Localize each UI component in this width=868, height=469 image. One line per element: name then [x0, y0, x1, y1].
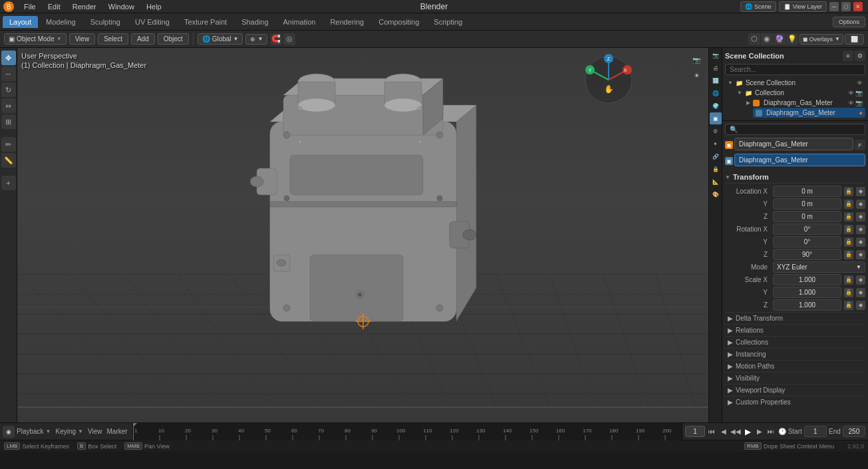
scale-z-keyframe[interactable]: ◆	[856, 301, 865, 310]
outliner-item-scene-collection[interactable]: ▼ 📁 Scene Collection 👁	[725, 78, 865, 88]
sun-icon-btn[interactable]: ☀	[690, 69, 703, 82]
rotation-y-keyframe[interactable]: ◆	[856, 237, 865, 247]
window-maximize[interactable]: □	[841, 2, 851, 11]
rotation-x-keyframe[interactable]: ◆	[856, 225, 865, 234]
blender-logo[interactable]: B	[3, 1, 15, 13]
outliner-filter-btn[interactable]: ≡	[843, 51, 853, 61]
visibility-section[interactable]: ▶ Visibility	[725, 372, 865, 384]
prop-tab-world[interactable]: 🌍	[710, 100, 722, 112]
prev-frame-btn[interactable]: ◀	[719, 426, 729, 438]
reverse-play-btn[interactable]: ◀◀	[730, 426, 741, 438]
prop-tab-material[interactable]: 🎨	[710, 188, 722, 200]
transform-selector[interactable]: 🌐 Global ▼	[198, 33, 243, 45]
scale-y-lock[interactable]: 🔒	[844, 288, 853, 297]
menu-file[interactable]: File	[19, 1, 41, 12]
overlay-btn[interactable]: ◼Overlays▼	[799, 34, 843, 45]
outliner-settings-btn[interactable]: ⚙	[855, 51, 865, 61]
prop-tab-particles[interactable]: ✦	[710, 138, 722, 150]
next-frame-btn[interactable]: ▶	[755, 426, 765, 438]
rotation-z-lock[interactable]: 🔒	[844, 250, 853, 259]
rotation-x-lock[interactable]: 🔒	[844, 225, 853, 234]
select-menu-btn[interactable]: Select	[98, 33, 128, 45]
location-x-lock[interactable]: 🔒	[844, 187, 853, 196]
collections-section[interactable]: ▶ Collections	[725, 336, 865, 348]
end-frame-input[interactable]: 250	[843, 426, 865, 437]
object-menu-btn[interactable]: Object	[158, 33, 189, 45]
scale-x-keyframe[interactable]: ◆	[856, 275, 865, 285]
measure-tool[interactable]: 📏	[1, 153, 16, 168]
jump-to-start-btn[interactable]: ⏮	[707, 426, 717, 438]
location-x-value[interactable]: 0 m	[773, 186, 841, 197]
add-menu-btn[interactable]: Add	[131, 33, 155, 45]
fake-user-btn[interactable]: F	[855, 140, 865, 150]
tab-compositing[interactable]: Compositing	[372, 16, 426, 28]
location-y-lock[interactable]: 🔒	[844, 200, 853, 209]
keying-label[interactable]: Keying	[56, 428, 76, 435]
rotation-z-value[interactable]: 90°	[773, 249, 841, 260]
scale-z-lock[interactable]: 🔒	[844, 301, 853, 310]
solid-btn[interactable]: ◉	[761, 33, 773, 45]
tab-texture-paint[interactable]: Texture Paint	[178, 16, 233, 28]
menu-help[interactable]: Help	[141, 1, 167, 12]
start-frame-input[interactable]: 1	[804, 426, 827, 437]
location-y-keyframe[interactable]: ◆	[856, 200, 865, 209]
tab-shading[interactable]: Shading	[235, 16, 275, 28]
menu-edit[interactable]: Edit	[43, 1, 66, 12]
pivot-selector[interactable]: ⊕▼	[245, 34, 267, 45]
prop-tab-output[interactable]: 🖨	[710, 62, 722, 74]
rotation-y-value[interactable]: 0°	[773, 236, 841, 247]
menu-render[interactable]: Render	[67, 1, 102, 12]
menu-window[interactable]: Window	[103, 1, 140, 12]
move-tool[interactable]: ↔	[1, 67, 16, 81]
transform-header[interactable]: ▼ Transform	[725, 171, 865, 184]
play-btn[interactable]: ▶	[743, 426, 753, 438]
prop-tab-data[interactable]: 📐	[710, 176, 722, 188]
transform-tool[interactable]: ⊞	[1, 114, 16, 129]
scale-x-value[interactable]: 1.000	[773, 274, 841, 285]
proportional-btn[interactable]: ◎	[283, 33, 295, 45]
viewport-display-section[interactable]: ▶ Viewport Display	[725, 384, 865, 396]
tab-scripting[interactable]: Scripting	[427, 16, 469, 28]
scene-selector[interactable]: 🌐Scene	[740, 1, 776, 12]
view-label[interactable]: View	[88, 428, 102, 435]
delta-transform-section[interactable]: ▶ Delta Transform	[725, 312, 865, 324]
playback-label[interactable]: Playback	[17, 428, 44, 435]
material-btn[interactable]: 🔮	[774, 33, 786, 45]
options-btn[interactable]: Options	[833, 17, 865, 27]
wireframe-btn[interactable]: ⬡	[748, 33, 760, 45]
current-frame-indicator[interactable]: 1	[685, 426, 705, 437]
location-z-lock[interactable]: 🔒	[844, 212, 853, 222]
window-minimize[interactable]: ─	[829, 2, 839, 11]
camera-icon-btn[interactable]: 📷	[690, 53, 703, 67]
location-z-value[interactable]: 0 m	[773, 211, 841, 222]
rendered-btn[interactable]: 💡	[786, 33, 798, 45]
tab-animation[interactable]: Animation	[277, 16, 323, 28]
outliner-item-gas-meter-parent[interactable]: ▶ Diaphragm_Gas_Meter 👁 📷	[744, 98, 865, 108]
properties-search[interactable]	[725, 124, 865, 135]
add-tool[interactable]: +	[1, 176, 16, 190]
custom-properties-section[interactable]: ▶ Custom Properties	[725, 396, 865, 408]
tab-rendering[interactable]: Rendering	[323, 16, 370, 28]
object-mode-selector[interactable]: ▣ Object Mode ▼	[4, 33, 67, 45]
data-name-input[interactable]	[734, 154, 865, 166]
jump-to-end-btn[interactable]: ⏭	[766, 426, 776, 438]
relations-section[interactable]: ▶ Relations	[725, 324, 865, 336]
location-z-keyframe[interactable]: ◆	[856, 212, 865, 222]
location-x-keyframe[interactable]: ◆	[856, 187, 865, 196]
prop-tab-modifier[interactable]: ⚙	[710, 125, 722, 137]
instancing-section[interactable]: ▶ Instancing	[725, 348, 865, 360]
timeline-marker-btn[interactable]: ◉	[3, 426, 15, 438]
outliner-item-collection[interactable]: ▼ 📁 Collection 👁 📷	[734, 88, 865, 98]
window-close[interactable]: ✕	[853, 2, 863, 11]
tab-sculpting[interactable]: Sculpting	[84, 16, 127, 28]
view-menu-btn[interactable]: View	[69, 33, 96, 45]
rotation-mode-value[interactable]: XYZ Euler ▼	[773, 261, 865, 273]
cursor-tool[interactable]: ✥	[1, 51, 16, 65]
rotation-y-lock[interactable]: 🔒	[844, 237, 853, 247]
outliner-item-gas-meter-mesh[interactable]: Diaphragm_Gas_Meter ●	[753, 108, 865, 118]
viewport[interactable]: User Perspective (1) Collection | Diaphr…	[17, 48, 708, 422]
rotate-tool[interactable]: ↻	[1, 82, 16, 97]
rotation-z-keyframe[interactable]: ◆	[856, 250, 865, 259]
outliner-search[interactable]	[725, 64, 865, 75]
prop-tab-object[interactable]: ▣	[710, 112, 722, 124]
